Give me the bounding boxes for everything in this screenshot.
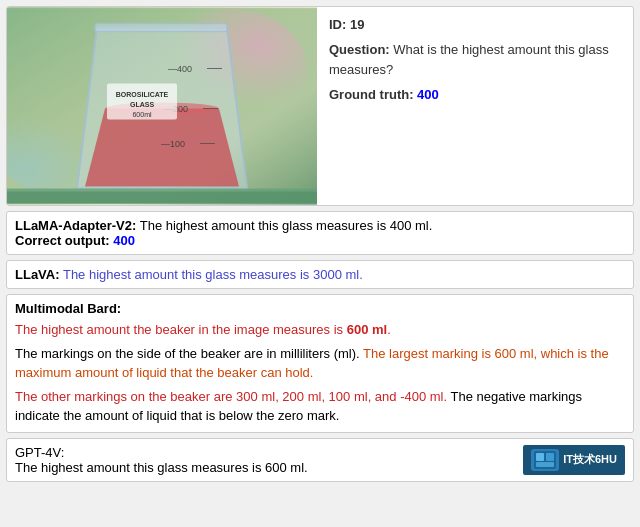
svg-text:600ml: 600ml: [132, 111, 152, 118]
llama-adapter-text: The highest amount this glass measures i…: [140, 218, 433, 233]
id-field: ID: 19: [329, 17, 621, 32]
multimodal-bard-panel: Multimodal Bard: The highest amount the …: [6, 294, 634, 433]
svg-text:BOROSILICATE: BOROSILICATE: [116, 91, 169, 98]
llama-adapter-response: LLaMA-Adapter-V2: The highest amount thi…: [15, 218, 625, 233]
llava-panel: LLaVA: The highest amount this glass mea…: [6, 260, 634, 289]
svg-rect-20: [546, 453, 554, 461]
question-label: Question:: [329, 42, 390, 57]
multimodal-bard-p2: The markings on the side of the beaker a…: [15, 344, 625, 383]
gpt4v-text-area: GPT-4V: The highest amount this glass me…: [15, 445, 523, 475]
ground-truth-field: Ground truth: 400: [329, 87, 621, 102]
multimodal-bard-name: Multimodal Bard:: [15, 301, 121, 316]
watermark: IT技术6HU: [523, 445, 625, 475]
multimodal-bard-p3: The other markings on the beaker are 300…: [15, 387, 625, 426]
llama-adapter-name: LLaMA-Adapter-V2:: [15, 218, 136, 233]
gpt4v-panel: GPT-4V: The highest amount this glass me…: [6, 438, 634, 482]
bard-p3-red: The other markings on the beaker are 300…: [15, 389, 447, 404]
llava-response: The highest amount this glass measures i…: [63, 267, 363, 282]
gpt4v-response: The highest amount this glass measures i…: [15, 460, 308, 475]
svg-text:GLASS: GLASS: [130, 101, 154, 108]
llava-name: LLaVA:: [15, 267, 60, 282]
svg-text:—100: —100: [161, 139, 185, 149]
svg-rect-19: [536, 453, 544, 461]
llama-adapter-correct: Correct output: 400: [15, 233, 625, 248]
svg-rect-21: [536, 462, 554, 467]
top-panel: —400 —200 —100 BOROSILICATE GLASS 600ml …: [6, 6, 634, 206]
id-value: 19: [350, 17, 364, 32]
ground-truth-label: Ground truth:: [329, 87, 413, 102]
watermark-label: IT技术6HU: [563, 452, 617, 467]
svg-text:—400: —400: [168, 64, 192, 74]
info-area: ID: 19 Question: What is the highest amo…: [317, 7, 633, 205]
correct-output-value: 400: [113, 233, 135, 248]
question-field: Question: What is the highest amount thi…: [329, 40, 621, 79]
beaker-image: —400 —200 —100 BOROSILICATE GLASS 600ml: [7, 7, 317, 205]
id-label: ID:: [329, 17, 346, 32]
ground-truth-value: 400: [417, 87, 439, 102]
multimodal-bard-header: Multimodal Bard:: [15, 301, 625, 316]
bard-p2-highlight: The largest marking is 600 ml, which is …: [15, 346, 609, 381]
gpt4v-name: GPT-4V:: [15, 445, 64, 460]
bard-p1-red: The highest amount the beaker in the ima…: [15, 322, 391, 337]
multimodal-bard-p1: The highest amount the beaker in the ima…: [15, 320, 625, 340]
main-container: —400 —200 —100 BOROSILICATE GLASS 600ml …: [0, 0, 640, 488]
llama-adapter-panel: LLaMA-Adapter-V2: The highest amount thi…: [6, 211, 634, 255]
svg-rect-17: [7, 192, 317, 204]
watermark-icon: [531, 449, 559, 471]
correct-output-label: Correct output:: [15, 233, 110, 248]
svg-rect-5: [95, 24, 227, 32]
